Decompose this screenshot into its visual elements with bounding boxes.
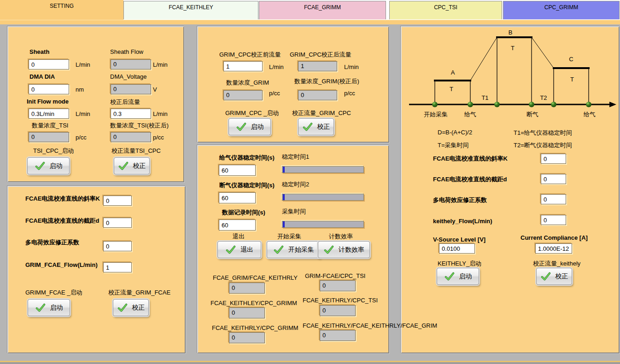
v-source-input[interactable] (439, 243, 475, 254)
conc-tsi-unit: p/cc (76, 134, 87, 141)
ratio-indicator: 0 (320, 280, 356, 291)
labview-front-panel: SETTING FCAE_KEITHLEY FCAE_GRIMM CPC_TSI… (0, 0, 620, 364)
sheath-flow-indicator: 0 (111, 59, 151, 69)
stable2-progressbar (282, 194, 364, 201)
grim-cpc-calibrate-button[interactable]: 校正 (298, 118, 334, 135)
fcae-slope-input[interactable] (103, 196, 132, 206)
stable2-label: 稳定时间2 (282, 180, 309, 189)
conc-grim-indicator: 0 (223, 90, 263, 100)
k-slope-input[interactable] (541, 154, 566, 164)
sheath-flow-unit: L/min (153, 61, 168, 68)
compliance-input[interactable] (535, 243, 572, 254)
conc-tsi-indicator: 0 (29, 132, 69, 142)
tsi-cpc-start-button-label: 启动 (50, 162, 63, 170)
tab-cpc-grimm[interactable]: CPC_GRIMM (503, 1, 620, 19)
collect-time-progressbar (282, 221, 364, 228)
k-multi-charge-input[interactable] (541, 194, 566, 204)
diagram-label-b: B (509, 29, 513, 36)
grim-fcae-calibrate-label: 校正流量_GRIM_FCAE (108, 289, 170, 297)
exit-button[interactable]: 退出 (217, 241, 261, 258)
tab-cpc-tsi[interactable]: CPC_TSI (389, 1, 502, 19)
sheath-input[interactable] (29, 59, 69, 69)
compliance-label: Current Compliance [A] (521, 234, 588, 241)
start-collect-button[interactable]: 开始采集 (267, 241, 321, 258)
tab-cpc-tsi-label: CPC_TSI (434, 4, 457, 11)
start-collect-button-label: 开始采集 (288, 246, 314, 254)
tsi-cpc-calibrate-button[interactable]: 校正 (114, 157, 150, 174)
sheath-unit: L/min (76, 61, 90, 68)
tab-cpc-grimm-label: CPC_GRIMM (544, 4, 578, 11)
formula-t1: T1=给气仪器稳定时间 (514, 129, 572, 137)
supply-stable-input[interactable] (219, 165, 256, 176)
panel-grim-cpc: GRIM_CPC校正前流量 L/min GRIM_CPC校正后流量 1 L/mi… (197, 26, 389, 143)
axis-dot-icon (432, 102, 438, 107)
count-efficiency-button[interactable]: 计数效率 (318, 241, 370, 258)
tab-bar: SETTING FCAE_KEITHLEY FCAE_GRIMM CPC_TSI… (0, 0, 620, 20)
dma-dia-input[interactable] (29, 84, 69, 94)
grimm-fcae-start-button-label: 启动 (50, 304, 63, 312)
keithely-calibrate-label: 校正流量_keithely (533, 260, 580, 268)
grimm-fcae-start-button[interactable]: 启动 (28, 299, 70, 316)
count-efficiency-label: 计数效率 (329, 232, 353, 241)
grim-fcae-calibrate-button[interactable]: 校正 (113, 299, 149, 316)
keithely-start-label: KEITHELY_启动 (438, 260, 481, 268)
ratio-indicator: 0 (229, 283, 265, 294)
fcae-intercept-label: FCAE电流校准直线的截距d (25, 217, 99, 225)
keithely-calibrate-button-label: 校正 (556, 272, 568, 281)
grim-fcae-flow-label: GRIM_FCAE_Flow(L/min) (25, 261, 98, 268)
diagram-label-c: C (569, 56, 573, 63)
keithely-calibrate-button[interactable]: 校正 (536, 268, 572, 285)
keithely-flow-label: keithely_Flow(L/min) (433, 218, 492, 225)
diagram-label-t2: T2 (540, 94, 547, 101)
tab-setting[interactable]: SETTING (0, 0, 123, 20)
k-slope-label: FCAE电流校准直线的斜率K (433, 155, 508, 163)
sheath-label: Sheath (29, 48, 49, 55)
keithely-start-button[interactable]: 启动 (437, 268, 479, 285)
check-icon (225, 245, 236, 254)
supply-stable-label: 给气仪器稳定时间(s) (219, 154, 275, 162)
conc-grim-corrected-label: 数量浓度_GRIM(校正后) (294, 77, 359, 86)
ratio-label: FCAE_KEITHRLY/CPC_GRIMM (212, 324, 298, 331)
tab-fcae-keithley[interactable]: FCAE_KEITHLEY (123, 1, 258, 19)
collect-time-label: 采集时间 (282, 208, 306, 216)
grim-fcae-flow-input[interactable] (103, 262, 132, 272)
record-time-input[interactable] (219, 220, 256, 231)
tab-fcae-grimm[interactable]: FCAE_GRIMM (259, 1, 386, 19)
conc-tsi-corrected-indicator: 0 (111, 132, 151, 142)
check-icon (540, 272, 551, 281)
multi-charge-input[interactable] (103, 241, 132, 251)
gas-timing-diagram: A T B T C T T1 T2 开始采集 给气 断气 给气 (405, 28, 618, 120)
axis-dot-icon (529, 102, 534, 107)
grim-cpc-flow-before-input[interactable] (223, 61, 263, 71)
axis-label-gas1: 给气 (464, 111, 476, 118)
grimm-fcae-start-label: GRIMM_FCAE _启动 (25, 289, 82, 297)
axis-dot-icon (551, 102, 556, 107)
k-intercept-input[interactable] (541, 174, 566, 184)
ratio-label: FCAE_KEITHLEY/CPC_GRIMM (211, 300, 297, 306)
grim-cpc-flow-after-unit: L/min (344, 64, 359, 70)
dma-voltage-unit: V (153, 86, 157, 93)
dma-dia-unit: nm (76, 86, 84, 93)
corrected-flow-unit: L/min (153, 110, 168, 117)
tab-setting-label: SETTING (50, 3, 74, 9)
cutoff-stable-input[interactable] (219, 192, 256, 203)
conc-grim-corrected-indicator: 0 (298, 90, 337, 100)
corrected-flow-input[interactable] (111, 109, 151, 119)
ratio-label: GRIM-FCAE/CPC_TSI (305, 272, 365, 279)
conc-grim-unit: p/cc (269, 90, 280, 97)
fcae-intercept-input[interactable] (103, 218, 132, 228)
init-flow-mode-label: Init Flow mode (27, 98, 69, 105)
corrected-flow-label: 校正后流量 (110, 98, 140, 106)
ratio-indicator: 0 (229, 307, 265, 318)
init-flow-mode-input[interactable] (29, 109, 69, 119)
tab-fcae-grimm-label: FCAE_GRIMM (304, 4, 341, 11)
tsi-cpc-start-button[interactable]: 启动 (27, 157, 70, 174)
grim-cpc-flow-after-indicator: 1 (298, 61, 337, 71)
stable1-progressbar (282, 166, 364, 173)
grimm-cpc-start-button[interactable]: 启动 (228, 118, 271, 135)
axis-label-cut: 断气 (526, 111, 538, 118)
conc-tsi-label: 数量浓度_TSI (32, 121, 68, 130)
grim-cpc-calibrate-button-label: 校正 (317, 123, 330, 131)
keithely-flow-input[interactable] (541, 215, 566, 225)
diagram-label-a: A (451, 69, 455, 76)
